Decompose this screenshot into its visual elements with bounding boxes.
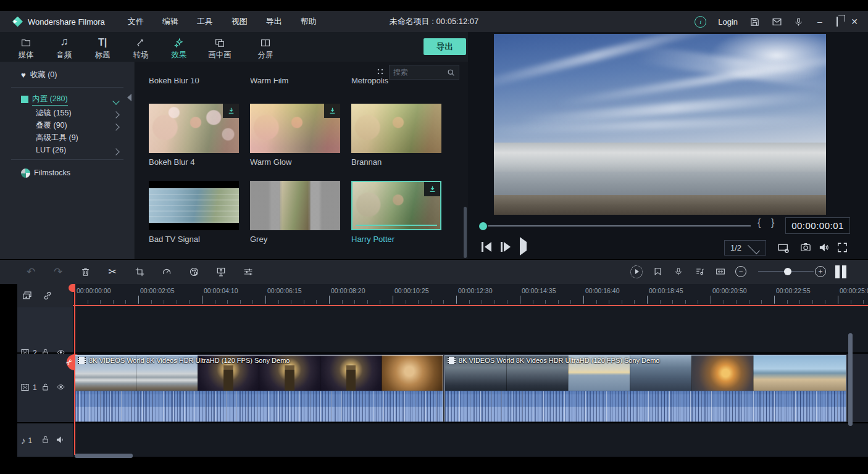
sidebar-item-filters[interactable]: 滤镜 (155) — [0, 107, 135, 119]
add-track-icon[interactable] — [21, 290, 33, 301]
menu-export[interactable]: 导出 — [257, 16, 291, 27]
mail-icon[interactable] — [772, 17, 782, 27]
triangle-right-glyph — [504, 242, 511, 252]
track-audio-1[interactable] — [73, 423, 868, 457]
lock-icon[interactable] — [41, 382, 50, 392]
effect-label-clipped: Bokeh Blur 10 — [149, 78, 199, 86]
next-frame-button[interactable] — [501, 242, 511, 252]
effect-name: Harry Potter — [351, 235, 441, 244]
sidebar-item-builtin[interactable]: 内置 (280) — [0, 93, 135, 106]
snapshot-button[interactable] — [799, 242, 812, 253]
timeline-vertical-scrollbar[interactable] — [848, 333, 853, 426]
effect-card-grey[interactable]: Grey — [250, 181, 340, 244]
menu-help[interactable]: 帮助 — [291, 16, 326, 27]
effect-card-warm-glow[interactable]: Warm Glow — [250, 104, 340, 167]
previous-frame-button[interactable] — [482, 242, 491, 252]
eye-icon[interactable] — [56, 383, 66, 391]
preview-scrubber-handle[interactable] — [479, 222, 487, 230]
save-icon[interactable] — [749, 17, 760, 27]
effect-card-bokeh-blur-4[interactable]: Bokeh Blur 4 — [149, 104, 239, 167]
minimize-button[interactable]: – — [815, 17, 825, 27]
mute-button[interactable] — [818, 242, 830, 253]
sidebar-collapse-icon[interactable] — [127, 94, 131, 101]
close-button[interactable]: ✕ — [849, 17, 859, 27]
search-box[interactable] — [389, 65, 459, 80]
timeline-clip-1[interactable]: 8K VIDEOS World 8K Videos HDR UltraHD (1… — [75, 355, 443, 422]
microphone-icon[interactable] — [794, 17, 803, 27]
ruler-label: 00:00:18:45 — [649, 287, 683, 294]
audio-mixer-button[interactable] — [693, 265, 706, 278]
link-icon[interactable] — [42, 290, 53, 301]
sidebar-item-filmstocks[interactable]: Filmstocks — [0, 167, 135, 179]
preview-quality-select[interactable]: 1/2 — [724, 240, 766, 256]
preview-timecode[interactable]: 00:00:00:01 — [785, 217, 850, 234]
tab-media[interactable]: 媒体 — [6, 36, 46, 60]
info-icon[interactable]: i — [695, 16, 706, 28]
download-icon — [324, 104, 340, 118]
play-button[interactable] — [520, 242, 527, 251]
display-settings-button[interactable] — [777, 242, 790, 254]
tab-pip[interactable]: 画中画 — [200, 36, 240, 60]
transition-arrows-icon — [121, 36, 161, 48]
track-manager-icon[interactable] — [835, 265, 846, 278]
green-screen-button[interactable] — [215, 265, 227, 278]
zoom-out-button[interactable]: − — [735, 265, 747, 278]
triangle-left-glyph — [485, 242, 491, 252]
preview-video — [494, 34, 826, 215]
zoom-in-button[interactable]: + — [814, 265, 827, 278]
mark-in-icon[interactable]: { — [757, 217, 761, 228]
effect-card-harry-potter[interactable]: Harry Potter — [351, 181, 441, 244]
quality-value: 1/2 — [730, 243, 742, 252]
delete-button[interactable] — [79, 265, 91, 278]
menu-view[interactable]: 视图 — [222, 16, 257, 27]
playhead[interactable] — [74, 284, 75, 455]
menu-tools[interactable]: 工具 — [188, 16, 222, 27]
timeline-horizontal-scrollbar[interactable] — [75, 454, 133, 458]
chevron-right-icon — [112, 148, 119, 155]
sidebar-item-overlays[interactable]: 叠覆 (90) — [0, 119, 135, 131]
split-button[interactable]: ✂ — [106, 265, 119, 278]
menu-file[interactable]: 文件 — [119, 16, 153, 27]
track-video-2[interactable] — [73, 307, 868, 352]
mark-out-icon[interactable]: } — [771, 217, 774, 228]
voiceover-button[interactable] — [672, 265, 685, 278]
tab-effects[interactable]: 效果 — [159, 36, 199, 60]
search-input[interactable] — [390, 68, 447, 77]
color-button[interactable] — [188, 265, 200, 278]
playhead-handle[interactable] — [69, 284, 75, 292]
tab-audio[interactable]: ♫ 音频 — [44, 36, 84, 60]
zoom-slider-handle[interactable] — [784, 268, 791, 275]
effect-card-bad-tv-signal[interactable]: Bad TV Signal — [149, 181, 239, 244]
tab-transitions[interactable]: 转场 — [121, 36, 161, 60]
menu-edit[interactable]: 编辑 — [153, 16, 188, 27]
zoom-to-fit-button[interactable] — [714, 265, 727, 278]
preview-scrubber-track[interactable] — [488, 225, 751, 227]
timeline-clip-2[interactable]: 8K VIDEOS World 8K Videos HDR UltraHD (1… — [444, 355, 846, 422]
speed-button[interactable] — [161, 265, 173, 278]
redo-button[interactable]: ↷ — [52, 265, 64, 278]
timeline-zoom-slider[interactable] — [758, 271, 814, 272]
advanced-settings-button[interactable] — [242, 265, 254, 278]
grid-view-icon[interactable] — [377, 68, 385, 77]
restore-button[interactable] — [837, 17, 838, 26]
tab-split-screen[interactable]: 分屏 — [246, 36, 285, 60]
crop-button[interactable] — [133, 265, 146, 278]
effect-card-brannan[interactable]: Brannan — [351, 104, 441, 167]
chevron-right-icon — [112, 123, 119, 130]
speaker-icon[interactable] — [55, 435, 65, 444]
lock-icon[interactable] — [41, 434, 50, 444]
effects-scrollbar[interactable] — [464, 207, 467, 258]
sidebar-item-favorites[interactable]: ♥ 收藏 (0) — [0, 69, 135, 81]
clip-audio-waveform — [445, 391, 846, 422]
render-preview-button[interactable] — [630, 265, 643, 278]
timeline-ruler[interactable]: 00:00:00:00 00:00:02:05 00:00:04:10 00:0… — [73, 284, 868, 307]
sidebar-item-advanced-tools[interactable]: 高级工具 (9) — [0, 131, 135, 144]
login-button[interactable]: Login — [718, 17, 738, 27]
marker-button[interactable] — [651, 265, 664, 278]
fullscreen-button[interactable] — [837, 242, 848, 253]
export-button[interactable]: 导出 — [424, 38, 466, 55]
undo-button[interactable]: ↶ — [25, 265, 37, 278]
ruler-label: 00:00:08:20 — [331, 287, 365, 294]
tab-titles[interactable]: T| 标题 — [83, 36, 122, 60]
sidebar-item-lut[interactable]: LUT (26) — [0, 144, 135, 156]
